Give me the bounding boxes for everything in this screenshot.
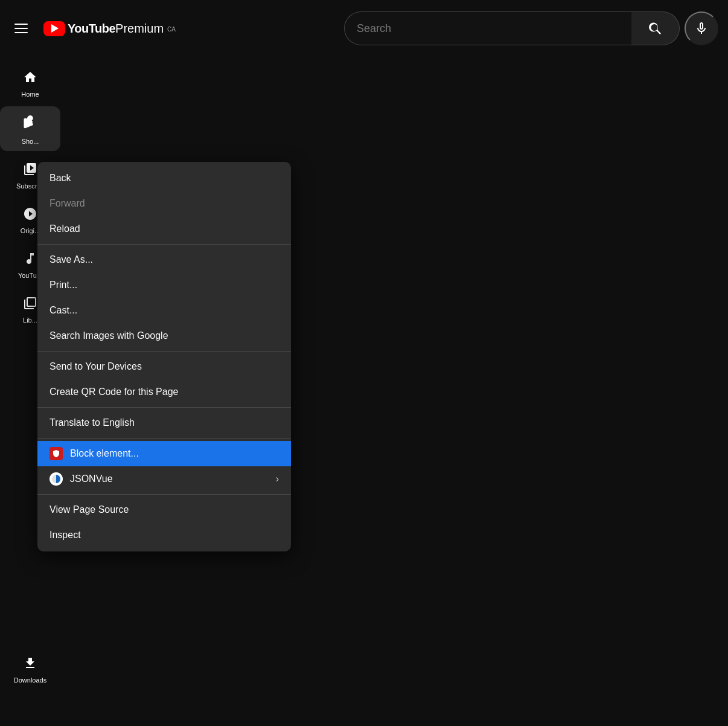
- youtube-music-icon: [23, 251, 37, 268]
- context-menu-view-source[interactable]: View Page Source: [37, 497, 291, 522]
- search-area: [344, 11, 718, 45]
- logo-premium-text: YouTubePremium: [68, 22, 164, 36]
- sidebar-item-shorts[interactable]: Sho...: [0, 106, 60, 151]
- context-menu-block-element[interactable]: Block element...: [37, 441, 291, 466]
- separator-3: [37, 407, 291, 408]
- ublock-icon: [49, 447, 63, 460]
- cast-label: Cast...: [49, 305, 77, 316]
- hamburger-line: [14, 24, 28, 25]
- home-icon: [23, 70, 37, 87]
- qr-code-label: Create QR Code for this Page: [49, 387, 178, 397]
- jsonvue-chevron-icon: ›: [276, 474, 279, 484]
- back-label: Back: [49, 173, 71, 184]
- mic-button[interactable]: [685, 11, 718, 45]
- search-images-label: Search Images with Google: [49, 330, 168, 341]
- jsonvue-icon: [49, 472, 63, 486]
- print-label: Print...: [49, 280, 77, 291]
- home-label: Home: [21, 91, 39, 98]
- separator-1: [37, 244, 291, 245]
- context-menu-translate[interactable]: Translate to English: [37, 410, 291, 435]
- subscriptions-icon: [23, 162, 37, 179]
- downloads-label: Downloads: [14, 676, 46, 684]
- mic-icon: [694, 21, 709, 36]
- context-menu-inspect[interactable]: Inspect: [37, 522, 291, 548]
- library-label: Lib...: [23, 316, 37, 324]
- context-menu-print[interactable]: Print...: [37, 272, 291, 298]
- yt-logo-icon: [43, 21, 65, 36]
- inspect-label: Inspect: [49, 530, 81, 541]
- logo-country: CA: [167, 26, 176, 33]
- header: YouTubePremium CA: [0, 0, 728, 57]
- hamburger-line: [14, 32, 28, 33]
- forward-label: Forward: [49, 198, 85, 209]
- context-menu-back[interactable]: Back: [37, 165, 291, 191]
- separator-5: [37, 494, 291, 495]
- context-menu: Back Forward Reload Save As... Print... …: [37, 162, 291, 551]
- originals-icon: [23, 207, 37, 223]
- separator-4: [37, 438, 291, 438]
- sidebar-item-home[interactable]: Home: [0, 62, 60, 104]
- reload-label: Reload: [49, 223, 80, 234]
- jsonvue-inner-icon: [52, 475, 60, 483]
- context-menu-qr-code[interactable]: Create QR Code for this Page: [37, 379, 291, 405]
- context-menu-search-images[interactable]: Search Images with Google: [37, 323, 291, 349]
- hamburger-line: [14, 28, 28, 29]
- downloads-icon: [23, 656, 37, 673]
- library-icon: [23, 296, 37, 313]
- block-element-label: Block element...: [70, 448, 139, 459]
- jsonvue-label: JSONVue: [70, 474, 113, 484]
- context-menu-forward: Forward: [37, 191, 291, 216]
- context-menu-send-devices[interactable]: Send to Your Devices: [37, 354, 291, 379]
- search-input[interactable]: [344, 11, 631, 45]
- context-menu-reload[interactable]: Reload: [37, 216, 291, 242]
- context-menu-jsonvue[interactable]: JSONVue ›: [37, 466, 291, 492]
- send-devices-label: Send to Your Devices: [49, 361, 142, 372]
- shorts-icon: [22, 115, 39, 134]
- logo[interactable]: YouTubePremium CA: [43, 21, 176, 36]
- search-button[interactable]: [631, 11, 680, 45]
- translate-label: Translate to English: [49, 417, 135, 428]
- logo-yt-text: YouTube: [68, 22, 115, 35]
- shorts-label: Sho...: [22, 138, 39, 145]
- search-icon: [648, 21, 663, 36]
- context-menu-save-as[interactable]: Save As...: [37, 247, 291, 272]
- view-source-label: View Page Source: [49, 504, 129, 515]
- hamburger-button[interactable]: [10, 16, 34, 40]
- sidebar-item-downloads[interactable]: Downloads: [0, 647, 60, 690]
- play-icon: [51, 24, 59, 33]
- save-as-label: Save As...: [49, 254, 93, 265]
- context-menu-cast[interactable]: Cast...: [37, 298, 291, 323]
- separator-2: [37, 351, 291, 352]
